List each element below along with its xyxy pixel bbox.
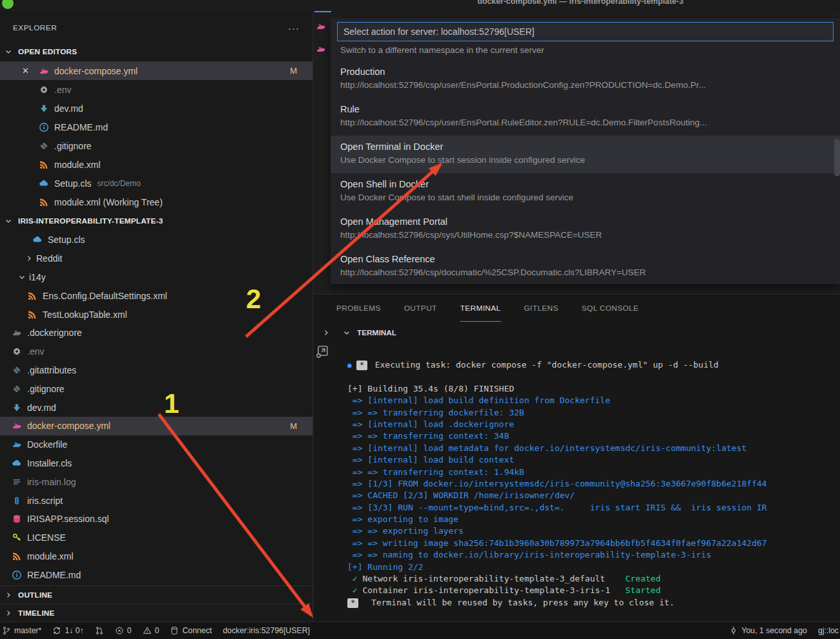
tree-item[interactable]: Installer.cls	[0, 454, 312, 473]
more-actions-icon[interactable]: ···	[288, 23, 300, 34]
chevron-down-icon	[17, 273, 26, 282]
terminal-dropdown[interactable]: TERMINAL	[342, 328, 396, 337]
outline-section-header[interactable]: OUTLINE	[0, 585, 312, 603]
task-badge-icon: *	[356, 361, 367, 370]
tree-item[interactable]: .dockerignore	[0, 324, 312, 342]
tree-item[interactable]: Reddit	[0, 249, 312, 268]
quick-pick-item[interactable]: Open Management Portalhttp://localhost:5…	[331, 211, 840, 248]
file-name: module.xml (Working Tree)	[54, 197, 163, 207]
status-item-0[interactable]: 0	[115, 626, 132, 635]
terminal-line: => => transferring context: 1.94kB	[347, 466, 840, 478]
status-item-compare[interactable]	[95, 626, 104, 635]
status-item-text: master*	[14, 626, 41, 635]
panel-tab-output[interactable]: OUTPUT	[404, 295, 437, 322]
open-editor-item[interactable]: README.md	[0, 118, 312, 136]
open-editor-item[interactable]: ✕docker-compose.ymlM	[0, 61, 312, 80]
chevron-right-icon[interactable]	[322, 328, 331, 337]
open-editor-item[interactable]: dev.md	[0, 99, 312, 118]
open-editor-item[interactable]: Setup.clssrc/dc/Demo	[0, 174, 312, 193]
modified-badge: M	[290, 66, 297, 76]
tree-item[interactable]: README.md	[0, 565, 312, 584]
open-editor-item[interactable]: module.xml (Working Tree)	[0, 193, 312, 211]
tree-item[interactable]: Dockerfile	[0, 435, 312, 454]
tree-item[interactable]: docker-compose.ymlM	[0, 417, 312, 435]
quick-pick-item[interactable]: Open Shell in DockerUse Docker Compose t…	[331, 173, 840, 211]
status-item-master[interactable]: master*	[2, 626, 41, 635]
tree-item[interactable]: module.xml	[0, 547, 312, 566]
terminal-line: ✓ Network iris-interoperability-template…	[347, 573, 840, 585]
status-item-docker-iris-52796-user[interactable]: docker:iris:52796[USER]	[223, 626, 310, 635]
tree-item[interactable]: iris-main.log	[0, 472, 312, 491]
tree-item[interactable]: .gitignore	[0, 379, 312, 398]
terminal-output: ●* Executing task: docker compose -f "do…	[347, 359, 840, 609]
tree-item[interactable]: .gitattributes	[0, 361, 312, 380]
quick-pick-item[interactable]: Open Terminal in DockerUse Docker Compos…	[331, 136, 840, 173]
file-name: README.md	[27, 570, 81, 580]
window-traffic-light[interactable]	[2, 0, 14, 9]
timeline-section-header[interactable]: TIMELINE	[0, 603, 312, 622]
terminal-line: => [internal] load build definition from…	[347, 395, 840, 406]
tree-item[interactable]: LICENSE	[0, 529, 312, 547]
terminal-label: TERMINAL	[357, 328, 396, 337]
terminal-line: => => exporting layers	[347, 525, 840, 537]
terminal-line: => [1/3] FROM docker.io/intersystemsdc/i…	[347, 478, 840, 490]
rss-icon	[12, 551, 22, 561]
quick-pick-item[interactable]: Rulehttp://localhost:52796/csp/user/EnsP…	[331, 98, 840, 136]
tree-item[interactable]: iris.script	[0, 491, 312, 510]
terminal-line: ✓ Container iris-interoperability-templa…	[347, 585, 840, 596]
quick-pick-panel: Switch to a different namespace in the c…	[331, 18, 840, 284]
tree-item[interactable]: TestLookupTable.xml	[0, 305, 312, 324]
tree-item[interactable]: Ens.Config.DefaultSettings.xml	[0, 286, 312, 305]
rss-icon	[27, 309, 37, 320]
quick-pick-item-description: http://localhost:52796/csp/user/EnsPorta…	[340, 118, 840, 127]
terminal-line: ●* Executing task: docker compose -f "do…	[347, 359, 840, 371]
terminal-line: => => transferring dockerfile: 32B	[347, 407, 840, 419]
panel-tab-gitlens[interactable]: GITLENS	[524, 295, 558, 322]
tree-item[interactable]: IRISAPP.session.sql	[0, 510, 312, 529]
open-editor-item[interactable]: module.xml	[0, 155, 312, 174]
project-file-tree: Setup.clsRedditi14yEns.Config.DefaultSet…	[0, 231, 312, 584]
tree-item[interactable]: .env	[0, 342, 312, 361]
rss-icon	[27, 291, 37, 301]
compare-icon	[95, 626, 104, 635]
project-section-header[interactable]: IRIS-INTEROPERABILITY-TEMPLATE-3	[0, 212, 312, 230]
quick-pick-item-label: Open Terminal in Docker	[340, 141, 840, 152]
terminal-line: [+] Running 2/2	[347, 561, 840, 573]
error-icon	[115, 626, 124, 635]
panel-tab-problems[interactable]: PROBLEMS	[336, 295, 381, 322]
docker-icon	[316, 44, 326, 54]
quick-pick-item[interactable]: Productionhttp://localhost:52796/csp/use…	[331, 61, 840, 98]
rss-icon	[39, 197, 49, 207]
terminal-text: => [internal] load build definition from…	[347, 395, 610, 405]
file-name: docker-compose.yml	[27, 421, 110, 431]
close-icon[interactable]: ✕	[22, 66, 39, 76]
status-item-connect[interactable]: Connect	[170, 626, 212, 635]
quick-pick-input[interactable]	[337, 22, 834, 41]
open-editor-item[interactable]: .env	[0, 80, 312, 99]
terminal-text: => => writing image sha256:74b1b3960a30b…	[347, 538, 767, 548]
file-name: LICENSE	[27, 532, 66, 543]
file-name: Reddit	[36, 253, 62, 264]
terminal-text: ✓	[347, 574, 358, 583]
panel-tab-sql-console[interactable]: SQL CONSOLE	[582, 295, 639, 322]
quick-pick-item-label: Open Shell in Docker	[340, 179, 840, 189]
status-item-you-1-second-ago[interactable]: You, 1 second ago	[729, 626, 806, 635]
open-editors-section-header[interactable]: OPEN EDITORS	[0, 43, 312, 61]
status-item-gj-loc[interactable]: gj::loc	[818, 626, 839, 635]
terminal-text: => [internal] load build context	[347, 455, 514, 465]
tree-item[interactable]: Setup.cls	[0, 231, 312, 249]
tree-item[interactable]: dev.md	[0, 398, 312, 417]
terminal-line: => [internal] load build context	[347, 454, 840, 466]
log-icon	[12, 477, 22, 487]
task-debug-icon[interactable]	[315, 344, 331, 359]
status-item-0[interactable]: 0	[143, 626, 159, 635]
open-editor-item[interactable]: .gitignore	[0, 136, 312, 155]
active-tab-accent	[314, 11, 331, 12]
status-item-1-0[interactable]: 1↓ 0↑	[52, 626, 83, 635]
quick-pick-scrollbar[interactable]	[834, 139, 840, 176]
panel-tab-terminal[interactable]: TERMINAL	[460, 295, 501, 322]
tree-item[interactable]: i14y	[0, 268, 312, 287]
gear-icon	[12, 346, 22, 357]
quick-pick-item[interactable]: Open Class Referencehttp://localhost:527…	[331, 248, 840, 284]
file-name: README.md	[54, 122, 108, 132]
